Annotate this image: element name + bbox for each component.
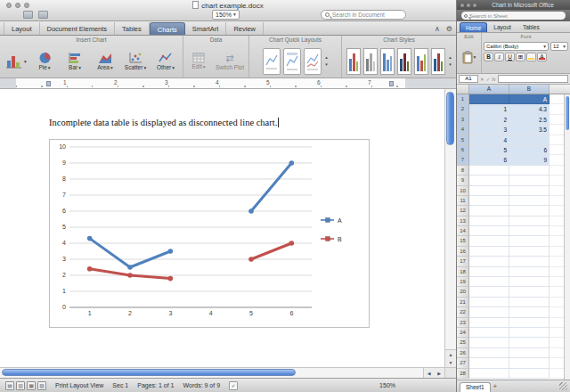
cell-B16[interactable] xyxy=(509,247,550,257)
tab-review[interactable]: Review xyxy=(226,22,264,35)
cell-B7[interactable]: 9 xyxy=(509,155,550,165)
cell-A15[interactable] xyxy=(469,236,509,246)
row-header-17[interactable]: 17 xyxy=(457,257,469,266)
chart-style-thumb[interactable] xyxy=(363,48,378,75)
row-header-14[interactable]: 14 xyxy=(457,226,469,236)
indent-marker-left[interactable] xyxy=(46,81,51,86)
other-chart-button[interactable]: Other xyxy=(152,52,180,71)
cell-B27[interactable] xyxy=(509,358,550,368)
spelling-status-icon[interactable] xyxy=(229,381,238,390)
cell-A26[interactable] xyxy=(469,348,509,358)
cell-B19[interactable] xyxy=(509,277,550,287)
toolbar-icon[interactable] xyxy=(23,11,33,19)
cell-A13[interactable] xyxy=(469,216,509,226)
scroll-up-icon[interactable] xyxy=(449,352,453,357)
zoom-control[interactable]: 150% xyxy=(212,10,240,20)
cell-A27[interactable] xyxy=(469,358,509,368)
cell-A28[interactable] xyxy=(469,369,509,379)
cell-B9[interactable] xyxy=(509,176,550,185)
row-header-7[interactable]: 7 xyxy=(457,155,469,165)
pages-indicator[interactable]: Pages: 1 of 1 xyxy=(137,382,174,388)
name-box[interactable]: A1 xyxy=(459,75,478,83)
select-all-corner[interactable] xyxy=(457,85,469,94)
tab-tables[interactable]: Tables xyxy=(115,22,150,35)
cell-A20[interactable] xyxy=(469,287,509,297)
row-header-6[interactable]: 6 xyxy=(457,145,469,155)
row-header-26[interactable]: 26 xyxy=(457,348,469,358)
add-sheet-button[interactable]: + xyxy=(493,382,498,391)
cell-B23[interactable] xyxy=(509,318,550,328)
cell-B18[interactable] xyxy=(509,267,550,277)
scroll-down-icon[interactable] xyxy=(449,360,453,365)
sheet-tab-sheet1[interactable]: Sheet1 xyxy=(460,382,491,392)
underline-button[interactable]: U xyxy=(505,53,515,61)
row-header-19[interactable]: 19 xyxy=(457,277,469,287)
toolbar-icon[interactable] xyxy=(38,11,48,19)
cell-B13[interactable] xyxy=(509,216,550,226)
cell-A4[interactable]: 3 xyxy=(469,125,509,135)
cell-B10[interactable] xyxy=(509,186,550,196)
cell-A19[interactable] xyxy=(469,277,509,287)
row-header-2[interactable]: 2 xyxy=(457,104,469,114)
cell-B8[interactable] xyxy=(509,166,550,176)
font-size-select[interactable]: 12 xyxy=(550,42,568,51)
cell-B4[interactable]: 3.5 xyxy=(509,125,550,135)
column-header-b[interactable]: B xyxy=(509,85,550,94)
row-header-28[interactable]: 28 xyxy=(457,369,469,379)
cell-A24[interactable] xyxy=(469,328,509,338)
row-header-18[interactable]: 18 xyxy=(457,267,469,277)
row-header-10[interactable]: 10 xyxy=(457,186,469,196)
vertical-scrollbar-thumb[interactable] xyxy=(446,92,454,145)
excel-scrollbar-thumb[interactable] xyxy=(566,96,570,130)
view-notebook-button[interactable] xyxy=(37,381,46,390)
row-header-24[interactable]: 24 xyxy=(457,328,469,338)
cell-B17[interactable] xyxy=(509,257,550,266)
row-header-20[interactable]: 20 xyxy=(457,287,469,297)
row-header-15[interactable]: 15 xyxy=(457,236,469,246)
cell-B3[interactable]: 2.5 xyxy=(509,115,550,125)
chart-style-thumb[interactable] xyxy=(380,48,395,75)
row-header-21[interactable]: 21 xyxy=(457,298,469,307)
document-search-field[interactable]: Search in Document xyxy=(321,10,406,20)
gallery-scroll-up-icon[interactable] xyxy=(325,55,328,60)
chart-quick-layout-thumb[interactable] xyxy=(263,48,281,75)
cell-A9[interactable] xyxy=(469,176,509,185)
cell-A22[interactable] xyxy=(469,307,509,317)
gallery-scroll-down-icon[interactable] xyxy=(449,62,452,67)
cell-A5[interactable]: 4 xyxy=(469,135,509,145)
cell-A11[interactable] xyxy=(469,196,509,206)
cell-B26[interactable] xyxy=(509,348,550,358)
cell-A1[interactable] xyxy=(469,94,509,104)
area-chart-button[interactable]: Area xyxy=(92,52,119,71)
cell-A17[interactable] xyxy=(469,257,509,266)
cell-B25[interactable] xyxy=(509,338,550,347)
column-header-a[interactable]: A xyxy=(469,85,509,94)
fill-color-button[interactable] xyxy=(526,53,536,61)
cell-B1[interactable]: A xyxy=(509,94,550,104)
cell-B24[interactable] xyxy=(509,328,550,338)
gallery-scroll-down-icon[interactable] xyxy=(325,62,328,67)
bold-button[interactable]: B xyxy=(484,53,493,61)
tab-document-elements[interactable]: Document Elements xyxy=(40,22,116,35)
scroll-left-icon[interactable] xyxy=(428,371,431,376)
paste-icon[interactable] xyxy=(462,51,473,64)
cell-A21[interactable] xyxy=(469,298,509,307)
row-header-5[interactable]: 5 xyxy=(457,135,469,145)
window-resize-grip[interactable] xyxy=(559,382,567,390)
row-header-25[interactable]: 25 xyxy=(457,338,469,347)
row-header-8[interactable]: 8 xyxy=(457,166,469,176)
vertical-scrollbar[interactable] xyxy=(444,89,456,367)
row-header-16[interactable]: 16 xyxy=(457,247,469,257)
horizontal-scrollbar-thumb[interactable] xyxy=(2,369,296,376)
row-header-13[interactable]: 13 xyxy=(457,216,469,226)
excel-tab-layout[interactable]: Layout xyxy=(488,22,517,32)
column-chart-button[interactable] xyxy=(4,53,28,69)
cell-A2[interactable]: 1 xyxy=(469,104,509,114)
excel-minimize-button[interactable] xyxy=(467,4,470,7)
row-header-11[interactable]: 11 xyxy=(457,196,469,206)
tab-charts[interactable]: Charts xyxy=(150,22,185,35)
row-header-22[interactable]: 22 xyxy=(457,307,469,317)
excel-vertical-scrollbar[interactable] xyxy=(564,94,570,380)
font-name-select[interactable]: Calibri (Body) xyxy=(484,42,549,51)
row-header-3[interactable]: 3 xyxy=(457,115,469,125)
